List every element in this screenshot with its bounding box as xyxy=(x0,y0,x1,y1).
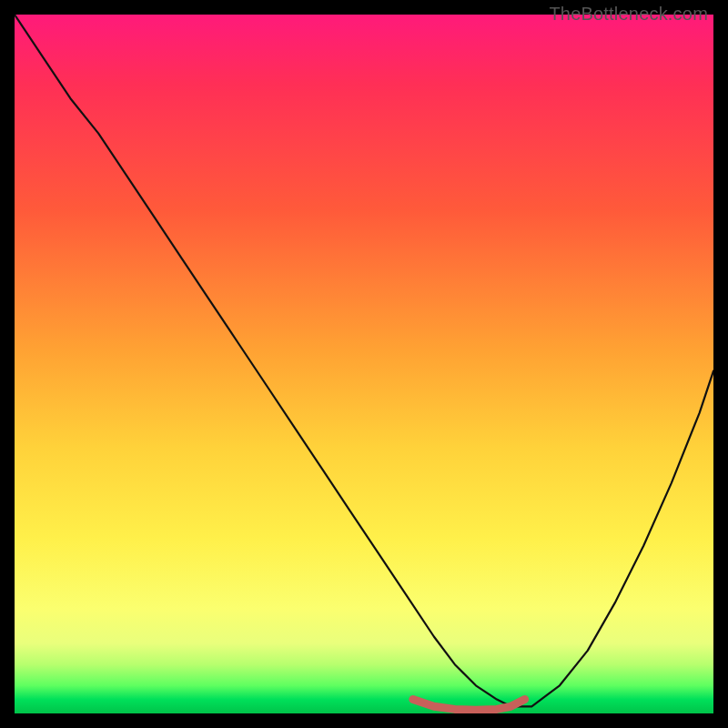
optimal-range-marker xyxy=(413,700,525,711)
attribution-text: TheBottleneck.com xyxy=(549,4,708,25)
bottleneck-chart xyxy=(15,15,713,713)
chart-frame xyxy=(15,15,713,713)
bottleneck-curve-line xyxy=(15,15,713,706)
